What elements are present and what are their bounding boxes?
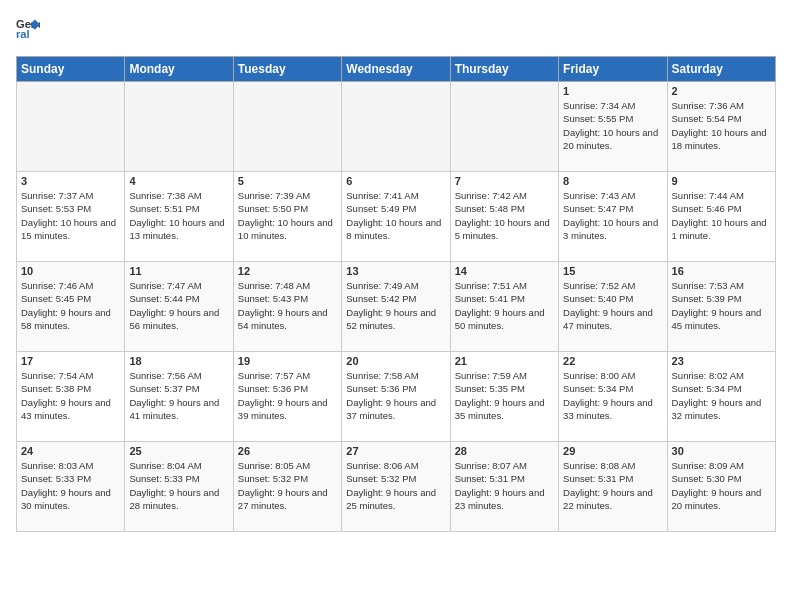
weekday-header-friday: Friday <box>559 57 667 82</box>
calendar-cell: 25Sunrise: 8:04 AMSunset: 5:33 PMDayligh… <box>125 442 233 532</box>
day-number: 22 <box>563 355 662 367</box>
calendar-cell: 4Sunrise: 7:38 AMSunset: 5:51 PMDaylight… <box>125 172 233 262</box>
calendar-cell: 21Sunrise: 7:59 AMSunset: 5:35 PMDayligh… <box>450 352 558 442</box>
day-info: Sunrise: 7:43 AMSunset: 5:47 PMDaylight:… <box>563 189 662 242</box>
calendar-week-3: 10Sunrise: 7:46 AMSunset: 5:45 PMDayligh… <box>17 262 776 352</box>
day-info: Sunrise: 8:00 AMSunset: 5:34 PMDaylight:… <box>563 369 662 422</box>
day-info: Sunrise: 7:56 AMSunset: 5:37 PMDaylight:… <box>129 369 228 422</box>
calendar-week-4: 17Sunrise: 7:54 AMSunset: 5:38 PMDayligh… <box>17 352 776 442</box>
calendar-cell: 14Sunrise: 7:51 AMSunset: 5:41 PMDayligh… <box>450 262 558 352</box>
calendar-cell: 3Sunrise: 7:37 AMSunset: 5:53 PMDaylight… <box>17 172 125 262</box>
day-info: Sunrise: 8:02 AMSunset: 5:34 PMDaylight:… <box>672 369 771 422</box>
day-number: 3 <box>21 175 120 187</box>
calendar-cell: 30Sunrise: 8:09 AMSunset: 5:30 PMDayligh… <box>667 442 775 532</box>
day-info: Sunrise: 8:03 AMSunset: 5:33 PMDaylight:… <box>21 459 120 512</box>
calendar-cell <box>125 82 233 172</box>
calendar-cell <box>17 82 125 172</box>
calendar-cell: 27Sunrise: 8:06 AMSunset: 5:32 PMDayligh… <box>342 442 450 532</box>
calendar-cell: 24Sunrise: 8:03 AMSunset: 5:33 PMDayligh… <box>17 442 125 532</box>
calendar-cell <box>233 82 341 172</box>
day-number: 5 <box>238 175 337 187</box>
calendar-cell: 20Sunrise: 7:58 AMSunset: 5:36 PMDayligh… <box>342 352 450 442</box>
day-info: Sunrise: 7:52 AMSunset: 5:40 PMDaylight:… <box>563 279 662 332</box>
weekday-header-wednesday: Wednesday <box>342 57 450 82</box>
day-number: 26 <box>238 445 337 457</box>
calendar-cell: 6Sunrise: 7:41 AMSunset: 5:49 PMDaylight… <box>342 172 450 262</box>
calendar-cell <box>342 82 450 172</box>
day-number: 12 <box>238 265 337 277</box>
day-number: 18 <box>129 355 228 367</box>
weekday-header-tuesday: Tuesday <box>233 57 341 82</box>
day-info: Sunrise: 7:36 AMSunset: 5:54 PMDaylight:… <box>672 99 771 152</box>
day-number: 20 <box>346 355 445 367</box>
day-info: Sunrise: 7:54 AMSunset: 5:38 PMDaylight:… <box>21 369 120 422</box>
calendar-cell: 18Sunrise: 7:56 AMSunset: 5:37 PMDayligh… <box>125 352 233 442</box>
day-number: 24 <box>21 445 120 457</box>
day-number: 17 <box>21 355 120 367</box>
day-info: Sunrise: 8:06 AMSunset: 5:32 PMDaylight:… <box>346 459 445 512</box>
calendar-cell: 29Sunrise: 8:08 AMSunset: 5:31 PMDayligh… <box>559 442 667 532</box>
calendar-cell: 23Sunrise: 8:02 AMSunset: 5:34 PMDayligh… <box>667 352 775 442</box>
day-number: 1 <box>563 85 662 97</box>
day-number: 23 <box>672 355 771 367</box>
calendar-week-1: 1Sunrise: 7:34 AMSunset: 5:55 PMDaylight… <box>17 82 776 172</box>
day-info: Sunrise: 7:41 AMSunset: 5:49 PMDaylight:… <box>346 189 445 242</box>
calendar-cell: 26Sunrise: 8:05 AMSunset: 5:32 PMDayligh… <box>233 442 341 532</box>
day-number: 30 <box>672 445 771 457</box>
calendar-table: SundayMondayTuesdayWednesdayThursdayFrid… <box>16 56 776 532</box>
day-number: 13 <box>346 265 445 277</box>
day-number: 21 <box>455 355 554 367</box>
weekday-header-saturday: Saturday <box>667 57 775 82</box>
calendar-cell: 7Sunrise: 7:42 AMSunset: 5:48 PMDaylight… <box>450 172 558 262</box>
calendar-cell: 10Sunrise: 7:46 AMSunset: 5:45 PMDayligh… <box>17 262 125 352</box>
weekday-header-thursday: Thursday <box>450 57 558 82</box>
day-info: Sunrise: 7:38 AMSunset: 5:51 PMDaylight:… <box>129 189 228 242</box>
day-info: Sunrise: 7:48 AMSunset: 5:43 PMDaylight:… <box>238 279 337 332</box>
weekday-header-monday: Monday <box>125 57 233 82</box>
calendar-cell <box>450 82 558 172</box>
calendar-cell: 2Sunrise: 7:36 AMSunset: 5:54 PMDaylight… <box>667 82 775 172</box>
day-info: Sunrise: 7:39 AMSunset: 5:50 PMDaylight:… <box>238 189 337 242</box>
calendar-cell: 19Sunrise: 7:57 AMSunset: 5:36 PMDayligh… <box>233 352 341 442</box>
day-info: Sunrise: 7:34 AMSunset: 5:55 PMDaylight:… <box>563 99 662 152</box>
day-info: Sunrise: 7:58 AMSunset: 5:36 PMDaylight:… <box>346 369 445 422</box>
calendar-cell: 8Sunrise: 7:43 AMSunset: 5:47 PMDaylight… <box>559 172 667 262</box>
day-info: Sunrise: 8:09 AMSunset: 5:30 PMDaylight:… <box>672 459 771 512</box>
weekday-header-row: SundayMondayTuesdayWednesdayThursdayFrid… <box>17 57 776 82</box>
day-number: 29 <box>563 445 662 457</box>
day-info: Sunrise: 8:04 AMSunset: 5:33 PMDaylight:… <box>129 459 228 512</box>
calendar-cell: 11Sunrise: 7:47 AMSunset: 5:44 PMDayligh… <box>125 262 233 352</box>
day-info: Sunrise: 7:47 AMSunset: 5:44 PMDaylight:… <box>129 279 228 332</box>
day-info: Sunrise: 8:07 AMSunset: 5:31 PMDaylight:… <box>455 459 554 512</box>
day-info: Sunrise: 7:53 AMSunset: 5:39 PMDaylight:… <box>672 279 771 332</box>
day-number: 9 <box>672 175 771 187</box>
logo: Gene ral <box>16 16 42 44</box>
day-number: 2 <box>672 85 771 97</box>
day-number: 11 <box>129 265 228 277</box>
calendar-cell: 17Sunrise: 7:54 AMSunset: 5:38 PMDayligh… <box>17 352 125 442</box>
day-info: Sunrise: 8:05 AMSunset: 5:32 PMDaylight:… <box>238 459 337 512</box>
day-number: 25 <box>129 445 228 457</box>
calendar-cell: 9Sunrise: 7:44 AMSunset: 5:46 PMDaylight… <box>667 172 775 262</box>
calendar-week-5: 24Sunrise: 8:03 AMSunset: 5:33 PMDayligh… <box>17 442 776 532</box>
day-info: Sunrise: 7:42 AMSunset: 5:48 PMDaylight:… <box>455 189 554 242</box>
day-info: Sunrise: 7:37 AMSunset: 5:53 PMDaylight:… <box>21 189 120 242</box>
day-number: 7 <box>455 175 554 187</box>
calendar-cell: 12Sunrise: 7:48 AMSunset: 5:43 PMDayligh… <box>233 262 341 352</box>
day-number: 4 <box>129 175 228 187</box>
day-number: 19 <box>238 355 337 367</box>
day-number: 10 <box>21 265 120 277</box>
calendar-cell: 5Sunrise: 7:39 AMSunset: 5:50 PMDaylight… <box>233 172 341 262</box>
day-info: Sunrise: 7:59 AMSunset: 5:35 PMDaylight:… <box>455 369 554 422</box>
page-header: Gene ral <box>16 16 776 44</box>
day-info: Sunrise: 7:57 AMSunset: 5:36 PMDaylight:… <box>238 369 337 422</box>
day-info: Sunrise: 7:49 AMSunset: 5:42 PMDaylight:… <box>346 279 445 332</box>
calendar-cell: 1Sunrise: 7:34 AMSunset: 5:55 PMDaylight… <box>559 82 667 172</box>
day-number: 16 <box>672 265 771 277</box>
svg-text:ral: ral <box>16 28 30 40</box>
calendar-cell: 28Sunrise: 8:07 AMSunset: 5:31 PMDayligh… <box>450 442 558 532</box>
calendar-cell: 22Sunrise: 8:00 AMSunset: 5:34 PMDayligh… <box>559 352 667 442</box>
day-info: Sunrise: 7:44 AMSunset: 5:46 PMDaylight:… <box>672 189 771 242</box>
calendar-cell: 16Sunrise: 7:53 AMSunset: 5:39 PMDayligh… <box>667 262 775 352</box>
day-info: Sunrise: 8:08 AMSunset: 5:31 PMDaylight:… <box>563 459 662 512</box>
